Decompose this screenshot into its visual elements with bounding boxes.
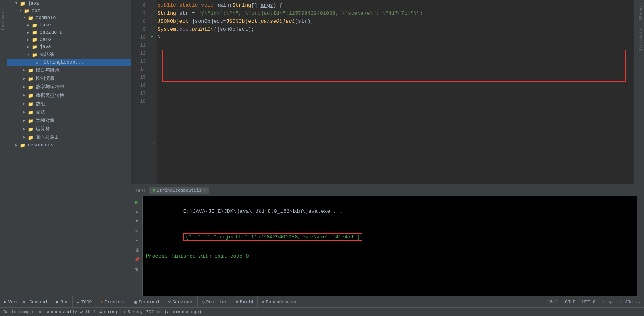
- tree-label-resources: resources: [28, 142, 54, 148]
- tree-arrow-yunsuanfu: ▶: [23, 127, 28, 131]
- tree-label-demo: demo: [40, 37, 51, 42]
- tree-item-leibie[interactable]: ▶类和对象: [7, 116, 131, 125]
- folder-icon-caozuofu: [32, 30, 38, 35]
- line-num-18: 18: [131, 98, 146, 106]
- code-line-14[interactable]: System.out.println(jsonObject);: [157, 26, 634, 34]
- build-message: Build completed successfully with 1 warn…: [3, 310, 201, 314]
- gutter: ▶ ▽: [149, 0, 157, 184]
- status-right-item-1[interactable]: CRLF: [561, 296, 578, 307]
- print-button[interactable]: 🖨: [133, 246, 141, 254]
- tree-item-suanfa[interactable]: ▶算法: [7, 108, 131, 116]
- status-label-5: Services: [172, 300, 193, 304]
- tree-arrow-demo: ▶: [27, 38, 32, 42]
- line-num-8: 8: [131, 18, 146, 26]
- tree-label-leibie: 类和对象: [36, 117, 55, 124]
- wrap-button[interactable]: ↩: [133, 236, 141, 244]
- status-item-terminal[interactable]: ▣Terminal: [130, 296, 164, 307]
- output-result-line: {"id":"","projectId":115798429401088,"sc…: [146, 225, 634, 249]
- code-line-13[interactable]: JSONObject jsonObject=JSONObject.parseOb…: [157, 18, 634, 26]
- status-bar: ▶Version Control▶Run≡TODO⚠Problems▣Termi…: [0, 296, 644, 307]
- folder-icon-java-sub: [32, 44, 38, 49]
- pin-button[interactable]: 📌: [133, 256, 141, 264]
- vertical-scrollbar[interactable]: [634, 0, 637, 184]
- run-tab[interactable]: ■ StringEscapeUtils ×: [149, 187, 209, 194]
- output-exit-line: Process finished with exit code 0: [146, 252, 634, 260]
- status-item-problems[interactable]: ⚠Problems: [96, 296, 130, 307]
- highlight-box: [162, 50, 626, 82]
- status-item-dependencies[interactable]: ◈Dependencies: [258, 296, 302, 307]
- tree-item-example[interactable]: ▼example: [7, 14, 131, 22]
- status-right-item-2[interactable]: UTF-8: [579, 296, 599, 307]
- folder-icon-shuzu: [28, 102, 34, 106]
- tree-item-java-sub[interactable]: ▶java: [7, 43, 131, 50]
- tree-item-kongzhi[interactable]: ▶控制流程: [7, 74, 131, 83]
- tree-item-resources[interactable]: ▶resources: [7, 142, 131, 149]
- folder-icon-shuju: [28, 93, 34, 98]
- line-numbers: 6789101112131415161718: [131, 0, 149, 184]
- tree-item-stringescape[interactable]: ☕StringEscap...: [7, 59, 131, 66]
- folder-icon-demo: [32, 37, 38, 42]
- fold-marker-icon[interactable]: ▽: [153, 141, 155, 145]
- folder-icon-kongzhi: [28, 76, 34, 81]
- code-line-9[interactable]: public static void main(String[] args) {: [157, 2, 634, 10]
- folder-icon-jiecheng: [28, 68, 34, 73]
- line-num-17: 17: [131, 90, 146, 98]
- code-line-16[interactable]: }: [157, 34, 634, 42]
- tree-item-caozuofu[interactable]: ▶caozuofu: [7, 29, 131, 36]
- tree-item-shuzu[interactable]: ▶数组: [7, 100, 131, 108]
- status-item-run[interactable]: ▶Run: [52, 296, 73, 307]
- jrebel-label[interactable]: JRebel: [639, 5, 643, 20]
- tree-item-base[interactable]: ▶base: [7, 22, 131, 29]
- tree-item-zuzhuan[interactable]: ▼去转移: [7, 50, 131, 59]
- status-label-8: Dependencies: [266, 300, 298, 304]
- status-right-item-3[interactable]: 4 sp: [599, 296, 616, 307]
- status-left: ▶Version Control▶Run≡TODO⚠Problems▣Termi…: [0, 296, 544, 307]
- code-line-12[interactable]: String str = "{\"id\":\"\", \"projectId\…: [157, 10, 634, 18]
- tree-label-java: java: [28, 1, 39, 6]
- status-item-services[interactable]: ⚙Services: [164, 296, 198, 307]
- tree-label-java-sub: java: [40, 44, 51, 50]
- tree-label-mianxiang1: 面向对象1: [36, 134, 58, 141]
- folder-icon-java: [20, 1, 26, 6]
- rerun-button[interactable]: ▶: [133, 198, 141, 206]
- tree-item-shuzi[interactable]: ▶数字与字符串: [7, 83, 131, 91]
- status-label-0: Version Control: [8, 300, 48, 304]
- line-num-13: 13: [131, 58, 146, 66]
- output-result: {"id":"","projectId":115798429401088,"sc…: [183, 233, 362, 241]
- tree-item-com[interactable]: ▼com: [7, 7, 131, 14]
- structure-label[interactable]: Structure: [639, 28, 643, 51]
- build-bar: Build completed successfully with 1 warn…: [0, 307, 644, 316]
- scroll-up-button[interactable]: ▲: [133, 208, 141, 216]
- tree-item-shuju[interactable]: ▶数据类型转换: [7, 91, 131, 100]
- status-right-item-4[interactable]: ⚠ JRe...: [616, 296, 644, 307]
- tree-item-yunsuanfu[interactable]: ▶运算符: [7, 125, 131, 133]
- run-arrow-icon[interactable]: ▶: [151, 34, 153, 39]
- status-item-profiler[interactable]: ◷Profiler: [198, 296, 231, 307]
- tree-item-jiecheng[interactable]: ▶接口与继承: [7, 66, 131, 74]
- status-icon-0: ▶: [4, 299, 7, 304]
- status-item-version-control[interactable]: ▶Version Control: [0, 296, 52, 307]
- status-icon-7: ⚒: [235, 299, 238, 304]
- tree-label-example: example: [36, 15, 56, 21]
- scroll-down-button[interactable]: ▼: [133, 217, 141, 225]
- code-content[interactable]: public static void main(String[] args) {…: [157, 0, 634, 184]
- status-icon-5: ⚙: [168, 299, 171, 304]
- run-tab-close[interactable]: ×: [203, 188, 206, 193]
- folder-icon-shuzi: [28, 85, 34, 90]
- tree-item-mianxiang1[interactable]: ▶面向对象1: [7, 133, 131, 142]
- bookmarks-label[interactable]: bookmarks: [1, 5, 6, 30]
- code-editor[interactable]: 6789101112131415161718 ▶ ▽ public static…: [131, 0, 637, 184]
- delete-button[interactable]: 🗑: [133, 265, 141, 273]
- status-label-6: Profiler: [206, 300, 227, 304]
- status-right-item-0[interactable]: 15:1: [544, 296, 561, 307]
- status-label-4: Terminal: [139, 300, 160, 304]
- status-icon-4: ▣: [134, 299, 137, 304]
- tree-item-demo[interactable]: ▶demo: [7, 36, 131, 43]
- status-item-todo[interactable]: ≡TODO: [73, 296, 96, 307]
- status-icon-2: ≡: [77, 300, 80, 304]
- settings-button[interactable]: ⚙: [133, 227, 141, 235]
- line-num-10: 10: [131, 34, 146, 42]
- status-icon-3: ⚠: [100, 299, 103, 305]
- tree-item-java[interactable]: ▼java: [7, 0, 131, 7]
- status-item-build[interactable]: ⚒Build: [231, 296, 258, 307]
